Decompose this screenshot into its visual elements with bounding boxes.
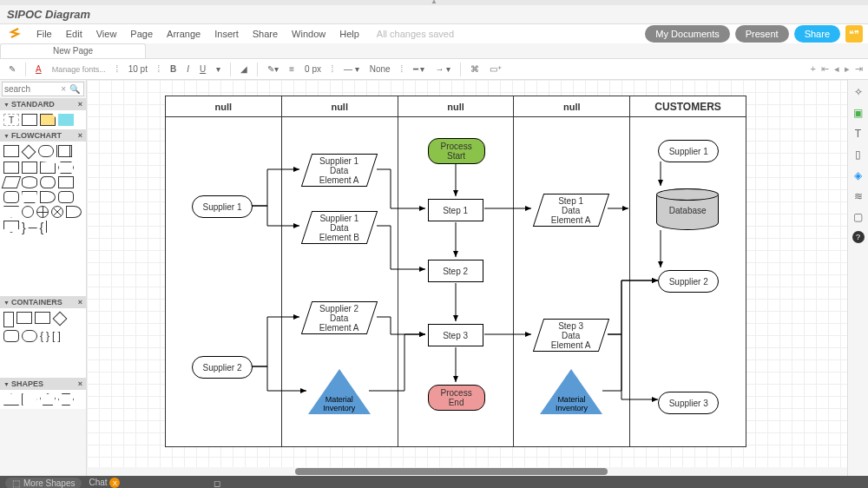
border-width[interactable]: 0 px xyxy=(301,63,325,76)
lane-5[interactable]: Supplier 1 Database Supplier 2 Supplier … xyxy=(630,117,746,447)
bold-button[interactable]: B xyxy=(167,63,180,76)
text-color-icon[interactable]: A xyxy=(32,63,45,76)
shape-data[interactable] xyxy=(2,176,22,188)
italic-button[interactable]: I xyxy=(183,63,193,76)
shape-delay[interactable] xyxy=(40,191,56,203)
close-panel-icon[interactable]: × xyxy=(78,131,82,140)
underline-button[interactable]: U xyxy=(196,63,209,76)
panel-flowchart[interactable]: ▼FLOWCHART× xyxy=(0,129,86,142)
shape-brace-cont2[interactable]: } xyxy=(46,330,49,342)
canvas[interactable]: null null null null CUSTOMERS Supplier 1… xyxy=(87,80,847,476)
border-stepper[interactable]: ⦙ xyxy=(328,63,337,76)
shape-swimh[interactable] xyxy=(3,312,14,327)
paint-format-icon[interactable]: ✎ xyxy=(5,63,19,76)
present-button[interactable]: Present xyxy=(735,25,789,43)
layers-icon[interactable]: ≋ xyxy=(852,189,865,203)
h-scroll-thumb[interactable] xyxy=(295,468,608,475)
more-shapes-button[interactable]: ⬚ More Shapes xyxy=(5,478,82,489)
feedback-icon[interactable]: ❝❞ xyxy=(845,25,863,43)
diagram[interactable]: null null null null CUSTOMERS Supplier 1… xyxy=(165,96,842,460)
shape-brace-cont[interactable]: { xyxy=(40,330,43,342)
app-logo-icon[interactable] xyxy=(5,24,24,43)
shape-line[interactable]: ─ xyxy=(29,221,37,234)
shape-predef[interactable] xyxy=(56,145,72,157)
shape-rect[interactable] xyxy=(22,114,37,126)
prev-page-icon[interactable]: ◂ xyxy=(834,63,839,75)
shape-tri[interactable] xyxy=(3,393,19,406)
menu-help[interactable]: Help xyxy=(332,29,366,39)
first-page-icon[interactable]: ⇤ xyxy=(821,63,829,75)
tab-newpage[interactable]: New Page xyxy=(0,43,146,58)
shape-hotspot[interactable] xyxy=(58,114,74,126)
lane-header-4[interactable]: null xyxy=(514,96,630,117)
doc-title[interactable]: SIPOC Diagram xyxy=(7,8,90,21)
menu-edit[interactable]: Edit xyxy=(59,29,89,39)
font-size[interactable]: 10 pt xyxy=(125,63,151,76)
panel-shapes[interactable]: ▼SHAPES× xyxy=(0,378,86,390)
align-dropdown[interactable]: ▾ xyxy=(213,63,224,76)
shape-db[interactable] xyxy=(22,176,37,188)
line-type[interactable]: ━ ▾ xyxy=(410,63,429,76)
line-width-icon[interactable]: ≡ xyxy=(286,63,298,76)
help-icon[interactable]: ? xyxy=(852,231,865,243)
link-icon[interactable]: ⌘ xyxy=(467,63,483,76)
shape-manual[interactable] xyxy=(40,162,56,174)
shape-brace-open[interactable]: } xyxy=(22,221,26,234)
chat-button[interactable]: Chat X xyxy=(89,478,120,488)
shape-offpage[interactable] xyxy=(3,221,19,233)
node-step1data[interactable]: Step 1DataElement A xyxy=(533,194,609,227)
menu-view[interactable]: View xyxy=(89,29,124,39)
close-panel-icon[interactable]: × xyxy=(78,379,82,388)
menu-window[interactable]: Window xyxy=(285,29,332,39)
shape-merge[interactable] xyxy=(3,206,19,218)
close-panel-icon[interactable]: × xyxy=(78,298,82,307)
shape-search[interactable]: × 🔍 xyxy=(2,82,84,96)
node-cust1[interactable]: Supplier 1 xyxy=(658,140,719,162)
shape-doc[interactable] xyxy=(3,162,19,174)
image-icon[interactable]: ▣ xyxy=(852,106,865,120)
menu-insert[interactable]: Insert xyxy=(207,29,246,39)
shape-hex[interactable] xyxy=(58,393,74,406)
h-scrollbar[interactable] xyxy=(87,467,847,476)
my-documents-button[interactable]: My Documents xyxy=(645,25,729,43)
shape-bracket[interactable]: [ xyxy=(52,330,55,342)
shape-intstorage[interactable] xyxy=(58,176,74,188)
panel-standard[interactable]: ▼STANDARD× xyxy=(0,98,86,110)
window-restore-icon[interactable]: ◻ xyxy=(214,478,220,488)
node-s1dataB[interactable]: Supplier 1DataElement B xyxy=(301,211,378,244)
lane-header-3[interactable]: null xyxy=(398,96,514,117)
shape-connector[interactable] xyxy=(22,206,34,218)
shape-swimv[interactable] xyxy=(16,312,32,324)
layer-icon[interactable]: ▭⁺ xyxy=(486,63,505,76)
shape-note2[interactable] xyxy=(46,221,62,233)
node-step3[interactable]: Step 3 xyxy=(428,324,483,346)
shape-manualop[interactable] xyxy=(22,191,37,203)
clear-search-icon[interactable]: × xyxy=(59,84,68,94)
node-step2[interactable]: Step 2 xyxy=(428,260,483,282)
shape-process[interactable] xyxy=(3,145,19,157)
shape-tri-r[interactable] xyxy=(22,393,37,406)
menu-arrange[interactable]: Arrange xyxy=(160,29,207,39)
lane-2[interactable]: Supplier 1DataElement A Supplier 1DataEl… xyxy=(281,117,398,447)
fill-color-icon[interactable]: ◢ xyxy=(237,63,251,76)
node-s2dataA[interactable]: Supplier 2DataElement A xyxy=(301,301,378,334)
arrow-start-stepper[interactable]: ⦙ xyxy=(398,63,406,76)
line-color-icon[interactable]: ✎▾ xyxy=(264,63,282,76)
node-supplier2[interactable]: Supplier 2 xyxy=(192,356,253,379)
node-step3data[interactable]: Step 3DataElement A xyxy=(533,319,609,352)
line-style[interactable]: — ▾ xyxy=(340,63,363,76)
shape-display[interactable] xyxy=(66,206,82,218)
font-size-stepper[interactable]: ⦙ xyxy=(113,63,122,76)
data-icon[interactable]: ◈ xyxy=(852,168,865,182)
shape-note[interactable] xyxy=(40,114,56,126)
present-icon[interactable]: ▢ xyxy=(852,210,865,224)
menu-file[interactable]: File xyxy=(30,29,59,39)
shape-sum[interactable] xyxy=(51,206,63,218)
swimlanes[interactable]: null null null null CUSTOMERS Supplier 1… xyxy=(165,96,746,447)
next-page-icon[interactable]: ▸ xyxy=(845,63,850,75)
shape-terminator[interactable] xyxy=(38,145,54,157)
shape-prep[interactable] xyxy=(58,162,74,174)
lane-3[interactable]: ProcessStart Step 1 Step 2 Step 3 Proces… xyxy=(398,117,514,447)
shape-or[interactable] xyxy=(36,206,49,218)
shape-bracket2[interactable]: ] xyxy=(57,330,60,342)
